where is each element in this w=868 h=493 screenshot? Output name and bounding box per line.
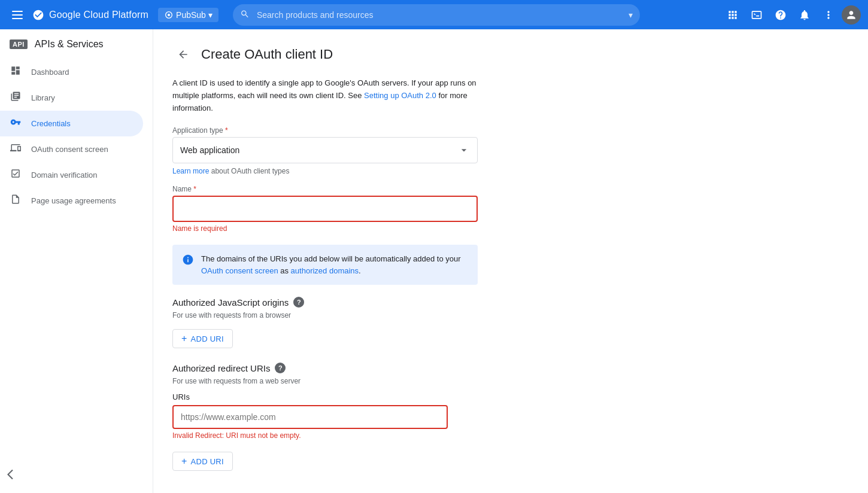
js-origins-title: Authorized JavaScript origins xyxy=(172,297,289,308)
js-add-uri-label: ADD URI xyxy=(191,334,224,343)
project-dropdown-icon: ▾ xyxy=(208,10,213,20)
search-bar: ▾ xyxy=(233,4,640,26)
redirect-add-uri-button[interactable]: + ADD URI xyxy=(172,452,233,471)
gcp-app-name: Google Cloud Platform xyxy=(49,10,148,20)
pubsub-icon xyxy=(164,10,174,20)
sidebar-header: API APIs & Services xyxy=(0,29,153,54)
app-type-dropdown-icon xyxy=(458,144,470,156)
js-origins-section: Authorized JavaScript origins ? For use … xyxy=(172,297,673,348)
sidebar-item-oauth-consent[interactable]: OAuth consent screen xyxy=(0,136,143,162)
js-origins-help-icon[interactable]: ? xyxy=(293,297,304,308)
name-input-label: Name * xyxy=(172,185,673,193)
search-input[interactable] xyxy=(233,4,640,26)
redirect-uris-header: Authorized redirect URIs ? xyxy=(172,363,673,373)
sidebar-item-page-usage-label: Page usage agreements xyxy=(31,196,116,205)
sidebar-collapse-button[interactable] xyxy=(7,468,19,483)
topbar-actions xyxy=(722,4,861,26)
sidebar-item-library[interactable]: Library xyxy=(0,85,143,111)
redirect-add-uri-label: ADD URI xyxy=(191,457,224,466)
notifications-icon-button[interactable] xyxy=(794,4,815,26)
redirect-uris-title: Authorized redirect URIs xyxy=(172,363,270,373)
redirect-add-uri-plus-icon: + xyxy=(181,456,187,467)
application-type-select[interactable]: Web application xyxy=(172,137,478,163)
app-layout: API APIs & Services Dashboard Library xyxy=(0,29,868,493)
authorized-domains-link[interactable]: authorized domains xyxy=(291,266,359,275)
consent-screen-link[interactable]: OAuth consent screen xyxy=(201,266,278,275)
page-title: Create OAuth client ID xyxy=(201,47,333,62)
sidebar-item-domain-label: Domain verification xyxy=(31,171,98,179)
user-avatar[interactable] xyxy=(842,5,861,25)
app-type-required: * xyxy=(225,126,228,135)
sidebar-item-credentials-label: Credentials xyxy=(31,119,71,128)
gcp-logo[interactable]: Google Cloud Platform xyxy=(32,9,148,21)
dashboard-icon xyxy=(10,65,22,79)
sidebar: API APIs & Services Dashboard Library xyxy=(0,29,153,493)
topbar: Google Cloud Platform PubSub ▾ ▾ xyxy=(0,0,868,29)
credentials-icon xyxy=(10,117,22,130)
js-add-uri-button[interactable]: + ADD URI xyxy=(172,329,233,348)
svg-point-4 xyxy=(168,14,170,16)
redirect-uris-help-icon[interactable]: ? xyxy=(275,363,286,373)
sidebar-title: APIs & Services xyxy=(35,39,104,50)
js-add-uri-plus-icon: + xyxy=(181,333,187,344)
search-expand-icon[interactable]: ▾ xyxy=(629,10,633,20)
hamburger-menu-button[interactable] xyxy=(7,5,28,25)
gcp-logo-icon xyxy=(32,9,44,21)
js-origins-header: Authorized JavaScript origins ? xyxy=(172,297,673,308)
name-error-text: Name is required xyxy=(172,224,673,233)
help-icon-button[interactable] xyxy=(770,4,791,26)
uri-input[interactable] xyxy=(172,405,448,429)
uri-input-group: URIs Invalid Redirect: URI must not be e… xyxy=(172,392,673,440)
sidebar-item-library-label: Library xyxy=(31,93,55,102)
api-badge: API xyxy=(10,39,28,49)
redirect-uris-subtitle: For use with requests from a web server xyxy=(172,377,673,385)
svg-rect-1 xyxy=(12,14,23,16)
uri-error-text: Invalid Redirect: URI must not be empty. xyxy=(172,431,673,440)
search-icon xyxy=(240,9,250,20)
page-description: A client ID is used to identify a single… xyxy=(172,77,478,114)
oauth-setup-link[interactable]: Setting up OAuth 2.0 xyxy=(364,91,436,100)
name-required-star: * xyxy=(193,185,196,193)
svg-rect-2 xyxy=(12,18,23,19)
library-icon xyxy=(10,91,22,105)
info-box: The domains of the URIs you add below wi… xyxy=(172,245,478,285)
page-usage-icon xyxy=(10,194,22,208)
project-selector[interactable]: PubSub ▾ xyxy=(158,8,218,22)
svg-rect-0 xyxy=(12,11,23,12)
project-name: PubSub xyxy=(176,10,206,20)
info-icon xyxy=(182,254,194,270)
learn-more-link[interactable]: Learn more xyxy=(172,167,209,175)
application-type-group: Application type * Web application Learn… xyxy=(172,126,673,175)
sidebar-item-credentials[interactable]: Credentials xyxy=(0,111,143,136)
app-type-value: Web application xyxy=(180,145,239,155)
console-icon-button[interactable] xyxy=(746,4,767,26)
sidebar-nav: Dashboard Library Credentials xyxy=(0,54,153,218)
domain-verification-icon xyxy=(10,168,22,182)
sidebar-item-oauth-label: OAuth consent screen xyxy=(31,145,108,154)
sidebar-item-page-usage[interactable]: Page usage agreements xyxy=(0,188,143,214)
main-content: Create OAuth client ID A client ID is us… xyxy=(153,29,868,493)
learn-more-text: Learn more about OAuth client types xyxy=(172,167,673,175)
page-header: Create OAuth client ID xyxy=(172,44,673,65)
apps-icon-button[interactable] xyxy=(722,4,743,26)
oauth-consent-icon xyxy=(10,142,22,156)
info-box-text: The domains of the URIs you add below wi… xyxy=(201,253,468,276)
sidebar-item-domain-verification[interactable]: Domain verification xyxy=(0,162,143,188)
name-input-group: Name * Name is required xyxy=(172,185,673,233)
js-origins-subtitle: For use with requests from a browser xyxy=(172,311,673,319)
app-type-label: Application type * xyxy=(172,126,673,135)
uris-label: URIs xyxy=(172,392,673,401)
name-input[interactable] xyxy=(172,196,478,222)
sidebar-item-dashboard[interactable]: Dashboard xyxy=(0,59,143,85)
sidebar-item-dashboard-label: Dashboard xyxy=(31,68,69,77)
back-button[interactable] xyxy=(172,44,194,65)
redirect-uris-section: Authorized redirect URIs ? For use with … xyxy=(172,363,673,471)
more-options-icon-button[interactable] xyxy=(818,4,839,26)
